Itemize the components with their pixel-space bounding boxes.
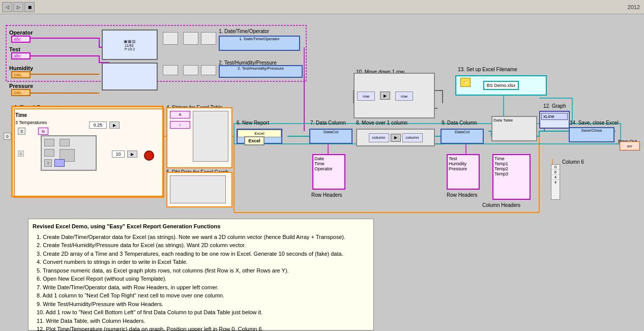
col-headers-label: Column Headers [482, 202, 520, 208]
column6-values: 0 6 4 4 [551, 164, 560, 200]
block6-label: 6. New Report [237, 120, 269, 126]
note-6: 6. Open New Excel Report (without using … [37, 275, 369, 283]
transpose-2 [183, 65, 198, 75]
func-a [44, 139, 54, 146]
block10-subvi: row ▶ row [354, 73, 435, 118]
dbl-data-block [166, 172, 232, 207]
col-headers-block-display: Time Temp1 Temp2 Temp3 [492, 154, 531, 200]
abc-text-2: abc [14, 53, 21, 58]
notes-area: Revised Excel Demo, using "Easy" Excel R… [28, 219, 374, 330]
folder-icon: 📁 [460, 78, 471, 87]
block14-subvi: Save/Close [569, 127, 614, 142]
col6-val-2: 4 [551, 175, 560, 180]
func-c [44, 149, 54, 157]
col6-val-1: 6 [551, 170, 560, 175]
stop-icon[interactable]: ◼ [24, 2, 35, 12]
block8-subvi: column ▶ column [356, 129, 435, 146]
block7-subvi: DataCol [309, 129, 353, 144]
humidity-dbl-indicator: DBL [11, 71, 31, 78]
excel-filename: BS Demo.xlsx [483, 81, 519, 90]
dt-label: Data Table [492, 117, 536, 124]
block2-internals [102, 63, 158, 91]
row-headers-block2-display: Test Humidity Pressure [447, 154, 480, 190]
block12-subvi: xLine [539, 111, 570, 129]
transpose-1 [183, 32, 198, 45]
notes-title: Revised Excel Demo, using "Easy" Excel R… [33, 222, 369, 231]
note-2: 2. Create Test/Humidity/Pressure data fo… [37, 241, 369, 250]
col6-val-0: 0 [551, 165, 560, 170]
block14-label: 14. Save, close Excel [570, 120, 619, 126]
col-out: column [402, 133, 423, 142]
abc-text: abc [14, 37, 21, 42]
year-label: 2012 [628, 4, 640, 10]
note-12: 12. Plot Time/Temperature (numeric) data… [37, 325, 369, 331]
block2-subvi: 2. Test/Humidity/Pressure [219, 65, 303, 78]
zero-const: 0 [4, 133, 11, 140]
block8-label: 8. Move over 1 column [356, 120, 407, 126]
operator-label: Operator [9, 29, 33, 36]
note-9: 9. Write Test/Humidity/Pressure with Row… [37, 300, 369, 309]
operator-row: Operator [314, 166, 343, 171]
back-icon[interactable]: ◁ [2, 2, 12, 12]
func-block-1 [201, 32, 216, 45]
note-1: 1. Create Date/Time/Operator data for Ex… [37, 233, 369, 242]
test-row: Test [449, 156, 478, 161]
func-block-2 [201, 65, 216, 75]
temp3-col: Temp3 [494, 171, 529, 176]
arrow-col: ▶ [391, 134, 401, 142]
time-col: Time [494, 156, 529, 161]
note-11: 11. Write Data Table, with Column Header… [37, 317, 369, 325]
col6-val-3: 4 [551, 180, 560, 185]
time-row: Time [314, 161, 343, 166]
note-4: 4. Convert numbers to strings in order t… [37, 258, 369, 266]
column6-label: Column 6 [562, 159, 584, 165]
block1-subvi: 1. Date/Time/Operator [219, 36, 300, 51]
block13-label: 13. Set up Excel Filename [458, 67, 517, 72]
block7-label: 7. Data Column [310, 120, 345, 126]
forward-icon[interactable]: ▷ [13, 2, 23, 12]
test-string-indicator: abc [11, 52, 31, 59]
dbl-funcs [170, 175, 226, 203]
block12-label: 12. Graph [543, 103, 566, 109]
humidity-label: Humidity [9, 65, 33, 71]
build-array-1 [163, 32, 178, 45]
error-out-indicator: err [620, 141, 640, 151]
func-e [54, 159, 65, 167]
dbl-text-2: DBL [14, 91, 22, 95]
main-area: Operator abc Test abc Humidity DBL Press… [0, 14, 644, 331]
row-headers-label-1: Row Headers [311, 192, 342, 198]
block1-internals: ▣▦▥ 11/93P:10.2 [102, 29, 158, 60]
row-headers-block1-display: Date Time Operator [312, 154, 345, 190]
xline-label: xLine [541, 113, 568, 120]
pressure-dbl-indicator: DBL [11, 89, 31, 96]
arrow-row: ▶ [380, 92, 390, 100]
temp1-col: Temp1 [494, 161, 529, 166]
operator-string-indicator: abc [11, 36, 31, 43]
row-in: row [357, 92, 375, 101]
func-b [60, 139, 70, 146]
block9-label: 9. Data Column [442, 120, 477, 126]
build-array-2 [163, 65, 178, 75]
test-label: Test [9, 46, 20, 52]
col-in: column [369, 133, 389, 142]
pressure-label: Pressure [9, 83, 33, 89]
block1-label: 1. Date/Time/Operator [219, 28, 269, 34]
note-7: 7. Write Date/Time/Operator data, with R… [37, 283, 369, 292]
excel-display: Excel [244, 136, 265, 145]
inner-funcs: i [41, 135, 97, 171]
pressure-row: Pressure [449, 166, 478, 171]
date-row: Date [314, 156, 343, 161]
block9-subvi: DataCol [441, 129, 484, 144]
note-3: 3. Create 2D array of a Time and 3 Tempe… [37, 250, 369, 258]
s1: N [170, 111, 190, 118]
note-10: 10. Add 1 row to "Next Cell Bottom Left"… [37, 308, 369, 317]
row-out: row [395, 92, 413, 101]
string-funcs [193, 111, 228, 162]
i-node: i [44, 159, 52, 167]
time-temp-cluster: Time 3 Temperatures N 3 i 0.25 ▶ 10 ▶ 0 [11, 106, 164, 197]
note-8: 8. Add 1 column to "Next Cell Top Right"… [37, 291, 369, 300]
dbl-text-1: DBL [14, 73, 22, 77]
strings-block: N i [166, 107, 232, 168]
block11-subvi: Data Table [491, 116, 537, 141]
s2: i [170, 121, 190, 129]
